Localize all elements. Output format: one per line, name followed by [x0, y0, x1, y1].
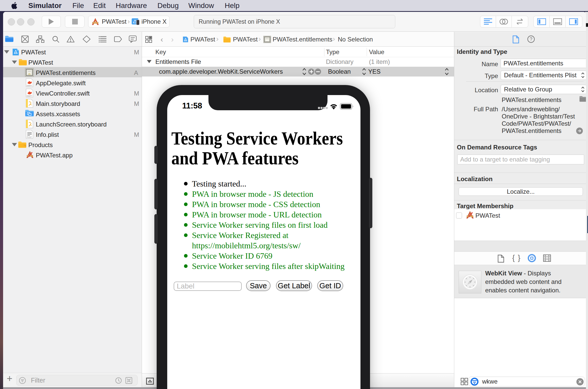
svg-text:?: ? [530, 37, 532, 42]
svg-text:SWIFT: SWIFT [27, 85, 32, 87]
svg-text:SWIFT: SWIFT [27, 95, 32, 97]
svg-text:PLIST: PLIST [27, 136, 32, 138]
